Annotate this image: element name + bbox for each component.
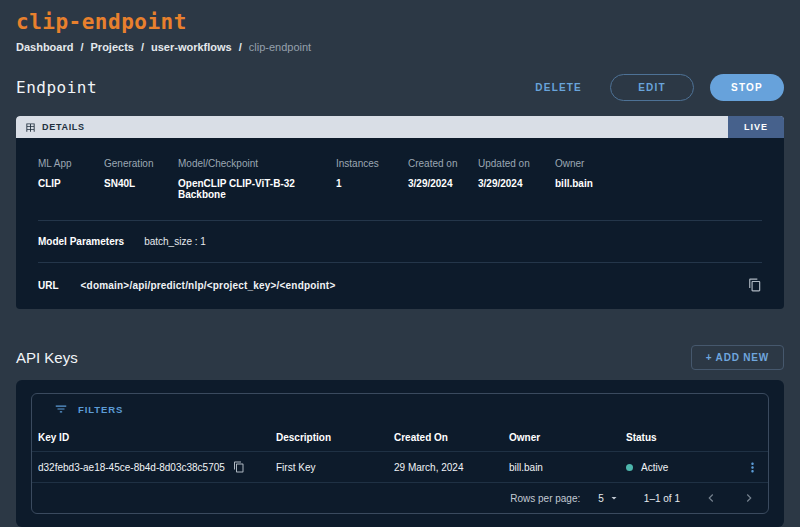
stop-button[interactable]: STOP bbox=[710, 74, 784, 101]
details-header-label: DETAILS bbox=[42, 122, 85, 132]
caret-down-icon bbox=[608, 492, 620, 504]
endpoint-section-title: Endpoint bbox=[16, 78, 97, 97]
details-card-header: DETAILS LIVE bbox=[16, 116, 784, 138]
column-header-owner: Owner bbox=[509, 432, 626, 443]
chevron-left-icon bbox=[704, 491, 718, 505]
copy-key-id-button[interactable] bbox=[233, 461, 245, 473]
rows-per-page-value: 5 bbox=[598, 493, 604, 504]
details-fields-row: ML App CLIP Generation SN40L Model/Check… bbox=[16, 138, 784, 220]
add-new-key-button[interactable]: + ADD NEW bbox=[691, 345, 784, 370]
filters-button[interactable]: FILTERS bbox=[32, 394, 768, 424]
field-value: 3/29/2024 bbox=[408, 178, 478, 189]
pagination-bar: Rows per page: 5 1–1 of 1 bbox=[32, 482, 768, 513]
copy-url-button[interactable] bbox=[748, 278, 762, 292]
api-keys-panel: FILTERS Key ID Description Created On Ow… bbox=[31, 393, 769, 514]
breadcrumb-item-dashboard[interactable]: Dashboard bbox=[16, 41, 73, 53]
field-label: ML App bbox=[38, 158, 104, 169]
field-created-on: Created on 3/29/2024 bbox=[408, 158, 478, 200]
url-label: URL bbox=[38, 280, 59, 291]
key-id-value: d32febd3-ae18-45ce-8b4d-8d03c38c5705 bbox=[38, 462, 225, 473]
model-parameters-row: Model Parameters batch_size : 1 bbox=[16, 221, 784, 262]
field-label: Model/Checkpoint bbox=[178, 158, 336, 169]
row-actions-menu-button[interactable] bbox=[745, 460, 760, 475]
field-value: 3/29/2024 bbox=[478, 178, 555, 189]
cell-owner: bill.bain bbox=[509, 462, 626, 473]
cell-description: First Key bbox=[276, 462, 394, 473]
cell-created-on: 29 March, 2024 bbox=[394, 462, 509, 473]
model-parameters-label: Model Parameters bbox=[38, 236, 124, 247]
field-value: 1 bbox=[336, 178, 408, 189]
field-label: Generation bbox=[104, 158, 178, 169]
field-label: Created on bbox=[408, 158, 478, 169]
field-value: CLIP bbox=[38, 178, 104, 189]
breadcrumb-separator: / bbox=[141, 41, 144, 53]
delete-button[interactable]: DELETE bbox=[535, 82, 582, 93]
url-row: URL <domain>/api/predict/nlp/<project_ke… bbox=[16, 263, 784, 309]
filters-label: FILTERS bbox=[78, 404, 123, 415]
field-model-checkpoint: Model/Checkpoint OpenCLIP CLIP-ViT-B-32 … bbox=[178, 158, 336, 200]
status-active-dot bbox=[626, 464, 633, 471]
cell-key-id: d32febd3-ae18-45ce-8b4d-8d03c38c5705 bbox=[38, 461, 276, 473]
breadcrumb-separator: / bbox=[239, 41, 242, 53]
field-ml-app: ML App CLIP bbox=[38, 158, 104, 200]
status-label: Active bbox=[641, 462, 668, 473]
api-keys-card: FILTERS Key ID Description Created On Ow… bbox=[16, 380, 784, 527]
page: clip-endpoint Dashboard / Projects / use… bbox=[0, 0, 800, 527]
api-keys-title: API Keys bbox=[16, 349, 78, 366]
rows-per-page-select[interactable]: 5 bbox=[598, 492, 620, 504]
endpoint-header: Endpoint DELETE EDIT STOP bbox=[16, 74, 784, 101]
breadcrumb: Dashboard / Projects / user-workflows / … bbox=[16, 41, 784, 53]
table-grid-icon bbox=[25, 122, 36, 133]
prev-page-button[interactable] bbox=[704, 491, 718, 505]
edit-button[interactable]: EDIT bbox=[610, 74, 694, 101]
endpoint-actions: DELETE EDIT STOP bbox=[535, 74, 784, 101]
field-instances: Instances 1 bbox=[336, 158, 408, 200]
field-owner: Owner bill.bain bbox=[555, 158, 593, 200]
column-header-status: Status bbox=[626, 432, 730, 443]
breadcrumb-item-current: clip-endpoint bbox=[249, 41, 311, 53]
chevron-right-icon bbox=[742, 491, 756, 505]
app-title: clip-endpoint bbox=[16, 9, 784, 36]
field-value: bill.bain bbox=[555, 178, 593, 189]
breadcrumb-item-projects[interactable]: Projects bbox=[91, 41, 134, 53]
status-badge-live: LIVE bbox=[728, 116, 784, 138]
table-row: d32febd3-ae18-45ce-8b4d-8d03c38c5705 Fir… bbox=[32, 451, 768, 482]
field-updated-on: Updated on 3/29/2024 bbox=[478, 158, 555, 200]
model-parameters-value: batch_size : 1 bbox=[144, 236, 206, 247]
column-header-key-id: Key ID bbox=[38, 432, 276, 443]
column-header-created-on: Created On bbox=[394, 432, 509, 443]
field-label: Updated on bbox=[478, 158, 555, 169]
field-value: SN40L bbox=[104, 178, 178, 189]
field-value: OpenCLIP CLIP-ViT-B-32 Backbone bbox=[178, 178, 336, 200]
url-value: <domain>/api/predict/nlp/<project_key>/<… bbox=[81, 280, 336, 291]
kebab-menu-icon bbox=[745, 460, 760, 475]
field-label: Instances bbox=[336, 158, 408, 169]
rows-per-page-label: Rows per page: bbox=[510, 493, 580, 504]
api-keys-header: API Keys + ADD NEW bbox=[16, 345, 784, 370]
cell-status: Active bbox=[626, 462, 730, 473]
filter-lines-icon bbox=[54, 402, 68, 416]
page-range-label: 1–1 of 1 bbox=[644, 493, 680, 504]
column-header-description: Description bbox=[276, 432, 394, 443]
breadcrumb-separator: / bbox=[80, 41, 83, 53]
details-card: DETAILS LIVE ML App CLIP Generation SN40… bbox=[16, 116, 784, 309]
next-page-button[interactable] bbox=[742, 491, 756, 505]
breadcrumb-item-user-workflows[interactable]: user-workflows bbox=[151, 41, 232, 53]
copy-icon bbox=[748, 278, 762, 292]
table-header-row: Key ID Description Created On Owner Stat… bbox=[32, 424, 768, 451]
field-label: Owner bbox=[555, 158, 593, 169]
field-generation: Generation SN40L bbox=[104, 158, 178, 200]
copy-icon bbox=[233, 461, 245, 473]
